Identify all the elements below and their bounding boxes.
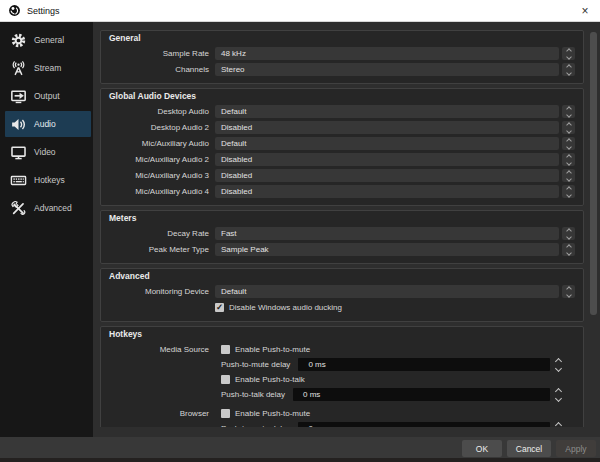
section-title-meters: Meters	[109, 213, 575, 224]
spinbox-value: 0 ms	[308, 424, 325, 427]
spinbox-value: 0 ms	[308, 360, 325, 369]
monitoring-device-select[interactable]: Default	[215, 285, 559, 298]
cancel-button[interactable]: Cancel	[507, 440, 551, 457]
chevron-up-icon	[566, 170, 572, 176]
chevron-up-icon	[555, 357, 562, 364]
chevron-up-icon	[555, 387, 562, 394]
hotkey-row-push-to-mute-delay: Push-to-mute delay0 ms	[221, 422, 565, 427]
ok-button[interactable]: OK	[462, 440, 502, 457]
setting-row-mic-auxiliary-audio-3: Mic/Auxiliary Audio 3Disabled	[109, 169, 575, 182]
selected-value: Default	[221, 139, 246, 148]
setting-row-peak-meter-type: Peak Meter TypeSample Peak	[109, 243, 575, 256]
setting-row-sample-rate: Sample Rate48 kHz	[109, 47, 575, 60]
field-label: Mic/Auxiliary Audio 3	[109, 171, 209, 180]
setting-row-decay-rate: Decay RateFast	[109, 227, 575, 240]
mic-auxiliary-audio-4-select[interactable]: Disabled	[215, 185, 559, 198]
spinbox-arrows[interactable]	[552, 422, 565, 428]
window-title: Settings	[27, 6, 60, 16]
setting-row-mic-auxiliary-audio-4: Mic/Auxiliary Audio 4Disabled	[109, 185, 575, 198]
mic-auxiliary-audio-2-select[interactable]: Disabled	[215, 153, 559, 166]
selected-value: 48 kHz	[221, 49, 246, 58]
combo-spinner[interactable]	[562, 285, 575, 298]
combo-spinner[interactable]	[562, 153, 575, 166]
combo-spinner[interactable]	[562, 105, 575, 118]
checkbox-enable-push-to-mute[interactable]	[221, 345, 230, 354]
hotkey-block-browser: BrowserEnable Push-to-mutePush-to-mute d…	[109, 408, 575, 427]
push-to-mute-delay-input[interactable]: 0 ms	[298, 422, 550, 427]
field-label: Decay Rate	[109, 229, 209, 238]
setting-row-disable-windows-audio-ducking: ✓Disable Windows audio ducking	[109, 301, 575, 314]
group-general: General Sample Rate48 kHzChannelsStereo	[100, 30, 584, 84]
chevron-up-icon	[566, 64, 572, 70]
field-label: Desktop Audio	[109, 107, 209, 116]
chevron-up-icon	[555, 421, 562, 427]
combo-spinner[interactable]	[562, 185, 575, 198]
field-label: Mic/Auxiliary Audio 4	[109, 187, 209, 196]
chevron-down-icon	[555, 394, 562, 401]
combo-spinner[interactable]	[562, 169, 575, 182]
combo-spinner[interactable]	[562, 137, 575, 150]
sidebar-item-output[interactable]: Output	[5, 83, 91, 109]
field-label: Desktop Audio 2	[109, 123, 209, 132]
hotkey-row-enable-push-to-mute: Enable Push-to-mute	[221, 344, 565, 355]
selected-value: Fast	[221, 229, 237, 238]
group-advanced: Advanced Monitoring DeviceDefault✓Disabl…	[100, 268, 584, 322]
scrollbar[interactable]	[590, 32, 597, 429]
hotkey-rows: Enable Push-to-mutePush-to-mute delay0 m…	[215, 344, 565, 404]
peak-meter-type-select[interactable]: Sample Peak	[215, 243, 559, 256]
section-title-hotkeys: Hotkeys	[109, 329, 575, 340]
chevron-down-icon	[566, 192, 572, 198]
combo-spinner[interactable]	[562, 227, 575, 240]
mic-auxiliary-audio-3-select[interactable]: Disabled	[215, 169, 559, 182]
checkbox-disable-windows-audio-ducking[interactable]: ✓	[215, 303, 224, 312]
scrollbar-thumb[interactable]	[590, 32, 597, 315]
chevron-down-icon	[566, 250, 572, 256]
desktop-audio-select[interactable]: Default	[215, 105, 559, 118]
mic-auxiliary-audio-select[interactable]: Default	[215, 137, 559, 150]
decay-rate-select[interactable]: Fast	[215, 227, 559, 240]
spinbox-arrows[interactable]	[552, 358, 565, 372]
close-button[interactable]: ×	[570, 0, 600, 22]
sidebar-item-audio[interactable]: Audio	[5, 111, 91, 137]
setting-row-monitoring-device: Monitoring DeviceDefault	[109, 285, 575, 298]
apply-button[interactable]: Apply	[556, 440, 596, 457]
chevron-down-icon	[566, 234, 572, 240]
sidebar-item-hotkeys[interactable]: Hotkeys	[5, 167, 91, 193]
spinbox-label: Push-to-talk delay	[221, 390, 285, 399]
sidebar-item-label: Hotkeys	[34, 175, 65, 185]
sidebar-item-general[interactable]: General	[5, 27, 91, 53]
setting-row-desktop-audio-2: Desktop Audio 2Disabled	[109, 121, 575, 134]
selected-value: Disabled	[221, 171, 252, 180]
settings-content: General Sample Rate48 kHzChannelsStereo …	[93, 22, 600, 437]
title-bar: Settings ×	[0, 0, 600, 22]
sidebar-item-video[interactable]: Video	[5, 139, 91, 165]
sidebar-item-stream[interactable]: Stream	[5, 55, 91, 81]
keyboard-icon	[10, 172, 27, 189]
combo-spinner[interactable]	[562, 63, 575, 76]
chevron-up-icon	[566, 228, 572, 234]
sidebar-item-label: Video	[34, 147, 56, 157]
combo-spinner[interactable]	[562, 47, 575, 60]
combo-spinner[interactable]	[562, 243, 575, 256]
combo-spinner[interactable]	[562, 121, 575, 134]
output-icon	[10, 88, 27, 105]
chevron-up-icon	[566, 106, 572, 112]
checkbox-label: Enable Push-to-talk	[235, 375, 305, 384]
desktop-audio-2-select[interactable]: Disabled	[215, 121, 559, 134]
checkbox-enable-push-to-talk[interactable]	[221, 375, 230, 384]
field-label: Sample Rate	[109, 49, 209, 58]
push-to-mute-delay-input[interactable]: 0 ms	[298, 358, 550, 371]
sample-rate-select[interactable]: 48 kHz	[215, 47, 559, 60]
setting-row-desktop-audio: Desktop AudioDefault	[109, 105, 575, 118]
hotkey-source-label: Media Source	[109, 344, 209, 355]
sidebar-item-label: Advanced	[34, 203, 72, 213]
checkbox-enable-push-to-mute[interactable]	[221, 409, 230, 418]
sidebar-item-advanced[interactable]: Advanced	[5, 195, 91, 221]
field-label: Mic/Auxiliary Audio	[109, 139, 209, 148]
channels-select[interactable]: Stereo	[215, 63, 559, 76]
spinbox-arrows[interactable]	[552, 388, 565, 402]
chevron-up-icon	[566, 154, 572, 160]
group-hotkeys: Hotkeys Media SourceEnable Push-to-muteP…	[100, 326, 584, 427]
push-to-talk-delay-input[interactable]: 0 ms	[293, 388, 550, 401]
chevron-up-icon	[566, 286, 572, 292]
